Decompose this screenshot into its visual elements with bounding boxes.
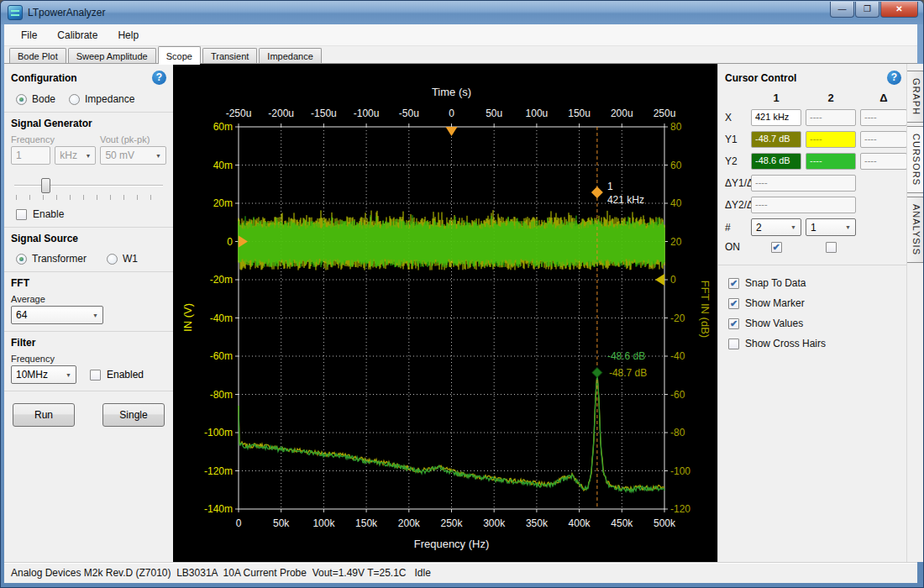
cursor-x2-field[interactable]: ---- <box>806 109 856 126</box>
svg-text:-80m: -80m <box>210 389 233 401</box>
svg-text:350k: 350k <box>526 517 549 529</box>
fft-average-select[interactable]: 64▼ <box>11 306 103 324</box>
slider-thumb[interactable] <box>41 178 50 193</box>
menu-calibrate[interactable]: Calibrate <box>49 26 106 45</box>
side-tab-strip: GRAPH CURSORS ANALYSIS <box>906 64 924 562</box>
run-button[interactable]: Run <box>13 403 75 427</box>
svg-text:-40: -40 <box>670 350 685 362</box>
tab-bode-plot[interactable]: Bode Plot <box>9 48 66 64</box>
dy2-field[interactable]: ---- <box>751 197 856 213</box>
scope-fft-chart[interactable]: Time (s)-250u-200u-150u-100u-50u050u100u… <box>173 64 717 564</box>
show-values-checkbox[interactable]: ✔ <box>728 318 739 329</box>
enable-checkbox[interactable]: ✔ <box>16 209 27 220</box>
svg-text:-50u: -50u <box>399 108 419 119</box>
menu-bar: File Calibrate Help <box>4 24 917 46</box>
svg-text:100k: 100k <box>312 517 335 529</box>
svg-text:-100m: -100m <box>204 427 233 438</box>
side-tab-graph[interactable]: GRAPH <box>907 71 924 123</box>
cursor-y1-1-field[interactable]: -48.7 dB <box>751 131 801 148</box>
svg-text:200k: 200k <box>398 517 421 529</box>
svg-text:20m: 20m <box>213 197 233 209</box>
status-text: Analog Devices M2k Rev.D (Z7010) LB3031A… <box>11 567 431 579</box>
filter-enabled-checkbox[interactable]: ✔ <box>90 370 101 381</box>
impedance-radio[interactable] <box>69 94 80 105</box>
snap-to-data-checkbox[interactable]: ✔ <box>728 278 739 289</box>
svg-text:250u: 250u <box>654 108 676 119</box>
svg-text:60: 60 <box>670 160 682 171</box>
w1-radio[interactable] <box>107 254 118 265</box>
svg-text:0: 0 <box>670 274 676 286</box>
title-bar[interactable]: LTpowerAnalyzer — ❐ ✕ <box>1 1 923 24</box>
status-bar: Analog Devices M2k Rev.D (Z7010) LB3031A… <box>4 562 917 583</box>
svg-text:0: 0 <box>236 517 242 529</box>
svg-text:450k: 450k <box>611 517 633 529</box>
help-icon[interactable]: ? <box>887 71 901 85</box>
cursor-y1-d-field[interactable]: ---- <box>860 131 907 148</box>
filter-enabled-label: Enabled <box>107 369 144 381</box>
svg-text:-100: -100 <box>670 465 690 477</box>
svg-text:50k: 50k <box>273 517 290 529</box>
minimize-button-icon[interactable]: — <box>830 2 854 18</box>
filter-frequency-select[interactable]: 10MHz▼ <box>11 365 76 384</box>
show-marker-checkbox[interactable]: ✔ <box>728 298 739 309</box>
svg-text:FFT IN (dB): FFT IN (dB) <box>699 281 711 338</box>
side-tab-analysis[interactable]: ANALYSIS <box>907 197 924 263</box>
cursor-control-header: Cursor Control <box>725 72 796 84</box>
frequency-unit-select[interactable]: kHz▼ <box>55 146 96 165</box>
show-cross-hairs-label: Show Cross Hairs <box>745 338 826 349</box>
window-title: LTpowerAnalyzer <box>28 7 830 18</box>
cursor2-on-checkbox[interactable]: ✔ <box>826 242 837 253</box>
svg-text:-48.7 dB: -48.7 dB <box>609 367 647 379</box>
close-button-icon[interactable]: ✕ <box>880 2 918 18</box>
tab-sweep-amplitude[interactable]: Sweep Amplitude <box>68 48 156 64</box>
transformer-radio[interactable] <box>16 254 27 265</box>
cursor-diamond-icon <box>591 186 603 198</box>
chevron-down-icon: ▼ <box>155 153 161 159</box>
time-zero-marker-icon <box>446 127 458 136</box>
cursor1-count-select[interactable]: 2▼ <box>751 218 801 236</box>
app-icon <box>8 5 23 20</box>
scope-plot-area[interactable]: Time (s)-250u-200u-150u-100u-50u050u100u… <box>173 64 717 562</box>
average-label: Average <box>11 294 166 304</box>
tab-transient[interactable]: Transient <box>202 48 257 64</box>
fft-header: FFT <box>11 277 166 289</box>
cursor2-count-select[interactable]: 1▼ <box>806 218 856 236</box>
tab-scope[interactable]: Scope <box>158 46 201 64</box>
vout-select[interactable]: 50 mV▼ <box>100 146 166 165</box>
fft-zero-marker-icon <box>655 274 664 286</box>
frequency-slider[interactable] <box>14 178 163 193</box>
bode-radio[interactable] <box>16 94 27 105</box>
cursor1-on-checkbox[interactable]: ✔ <box>771 242 782 253</box>
show-cross-hairs-checkbox[interactable]: ✔ <box>728 339 739 349</box>
dy1-field[interactable]: ---- <box>751 175 856 192</box>
frequency-input[interactable]: 1 <box>11 146 50 165</box>
svg-text:-48.6 dB: -48.6 dB <box>607 350 645 362</box>
cursor-y1-2-field[interactable]: ---- <box>806 131 856 148</box>
signal-generator-header: Signal Generator <box>11 118 166 129</box>
show-values-label: Show Values <box>745 318 803 329</box>
w1-radio-label: W1 <box>123 253 138 265</box>
svg-text:0: 0 <box>449 108 454 119</box>
side-tab-cursors[interactable]: CURSORS <box>907 126 924 193</box>
single-button[interactable]: Single <box>102 403 165 427</box>
y2-row-label: Y2 <box>725 155 747 167</box>
tab-impedance[interactable]: Impedance <box>259 48 321 64</box>
maximize-button-icon[interactable]: ❐ <box>855 2 879 18</box>
svg-text:-150u: -150u <box>311 108 337 119</box>
menu-help[interactable]: Help <box>109 26 147 45</box>
filter-frequency-label: Frequency <box>11 354 166 364</box>
menu-file[interactable]: File <box>13 26 45 45</box>
cursor-y2-1-field[interactable]: -48.6 dB <box>751 153 801 170</box>
svg-text:20: 20 <box>670 236 682 248</box>
cursor-x1-field[interactable]: 421 kHz <box>751 109 801 126</box>
frequency-label: Frequency <box>11 134 100 144</box>
help-icon[interactable]: ? <box>152 71 166 85</box>
on-row-label: ON <box>725 241 747 253</box>
cursor-y2-2-field[interactable]: ---- <box>806 153 856 170</box>
cursor-y2-d-field[interactable]: ---- <box>860 153 907 170</box>
cursor-col-2: 2 <box>806 92 856 104</box>
cursor-xd-field[interactable]: ---- <box>860 109 907 126</box>
filter-header: Filter <box>11 337 166 349</box>
plot-grid <box>235 123 668 512</box>
svg-text:50u: 50u <box>486 108 502 119</box>
